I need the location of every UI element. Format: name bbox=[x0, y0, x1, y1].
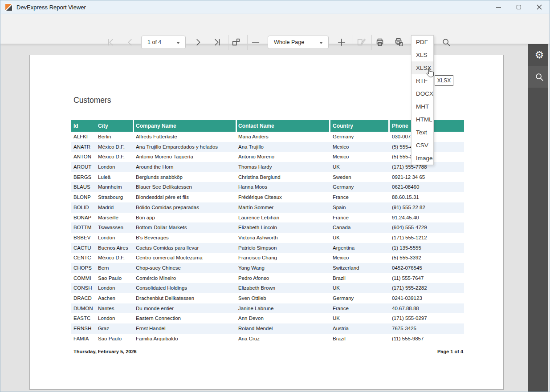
cell-company: Bottom-Dollar Markets bbox=[136, 222, 238, 233]
cell-city: Madrid bbox=[98, 202, 136, 213]
next-page-button[interactable] bbox=[191, 35, 205, 49]
previous-page-button[interactable] bbox=[123, 35, 137, 49]
cell-id: EASTC bbox=[71, 313, 98, 323]
cell-company: Alfreds Futterkiste bbox=[136, 132, 238, 142]
cell-phone: 0241-039123 bbox=[392, 293, 464, 303]
page-selector[interactable]: 1 of 4 bbox=[141, 36, 186, 49]
cell-company: Antonio Moreno Taquería bbox=[136, 152, 238, 162]
cell-city: Mannheim bbox=[98, 182, 136, 192]
search-button[interactable] bbox=[439, 35, 453, 49]
toolbar-separator bbox=[247, 35, 248, 50]
cell-contact: Thomas Hardy bbox=[238, 162, 333, 172]
export-menu-item[interactable]: Text bbox=[411, 126, 433, 139]
window-edge-strip bbox=[548, 44, 550, 392]
cell-country: Sweden bbox=[333, 172, 392, 182]
report-title: Customers bbox=[73, 96, 111, 105]
cell-phone: (171) 555-1212 bbox=[392, 233, 464, 243]
first-page-button[interactable] bbox=[104, 35, 118, 49]
cell-city: Tsawassen bbox=[98, 222, 136, 233]
search-panel-button[interactable] bbox=[528, 66, 550, 88]
cell-contact: Sven Ottlieb bbox=[238, 293, 333, 303]
cell-id: CONSH bbox=[71, 283, 98, 293]
table-row: ERNSH Graz Ernst Handel Roland Mendel Au… bbox=[71, 323, 464, 334]
settings-panel-button[interactable]: ⚙ bbox=[528, 44, 550, 66]
last-page-button[interactable] bbox=[210, 35, 224, 49]
column-header-id: Id bbox=[71, 123, 78, 129]
cell-id: ALFKI bbox=[71, 132, 98, 142]
close-button[interactable] bbox=[529, 0, 550, 14]
cell-id: BOTTM bbox=[71, 222, 98, 233]
edit-button[interactable] bbox=[354, 35, 368, 49]
cell-contact: Elizabeth Lincoln bbox=[238, 222, 333, 233]
devexpress-logo-icon bbox=[5, 4, 12, 11]
cell-phone: (171) 555-0297 bbox=[392, 313, 464, 323]
cell-company: Bon app bbox=[136, 213, 238, 223]
column-header-contact: Contact Name bbox=[237, 120, 329, 132]
cell-city: London bbox=[98, 283, 136, 293]
cell-id: DUMON bbox=[71, 303, 98, 314]
cell-id: BOLID bbox=[71, 202, 98, 213]
edit-icon bbox=[356, 37, 366, 47]
zoom-in-button[interactable] bbox=[334, 35, 349, 49]
export-menu-item[interactable]: PDF bbox=[411, 36, 433, 48]
window-title: DevExpress Report Viewer bbox=[16, 4, 86, 11]
cell-country: Brazil bbox=[333, 334, 392, 344]
cell-id: BONAP bbox=[71, 213, 98, 223]
cell-city: México D.F. bbox=[98, 152, 136, 162]
export-menu: PDF XLS XLSX RTF DOCX MHT HTML Text CSV … bbox=[411, 35, 434, 165]
maximize-button[interactable] bbox=[509, 0, 529, 14]
cell-country: Austria bbox=[333, 323, 392, 334]
zoom-in-icon bbox=[337, 37, 346, 47]
cell-id: BERGS bbox=[71, 172, 98, 182]
print-page-button[interactable] bbox=[392, 35, 406, 49]
table-row: DRACD Aachen Drachenblut Delikatessen Sv… bbox=[71, 293, 464, 303]
table-row: ANATR México D.F. Ana Trujillo Emparedad… bbox=[71, 142, 464, 152]
cell-phone: 91.24.45.40 bbox=[392, 213, 464, 223]
cell-country: UK bbox=[333, 283, 392, 293]
cell-city: Sao Paulo bbox=[98, 273, 136, 283]
cell-city: Sao Paulo bbox=[98, 334, 136, 344]
cell-company: Consolidated Holdings bbox=[136, 283, 238, 293]
table-row: ANTON México D.F. Antonio Moreno Taquerí… bbox=[71, 152, 464, 162]
cell-city: London bbox=[98, 233, 136, 243]
cell-country: Canada bbox=[333, 222, 392, 233]
cell-contact: Victoria Ashworth bbox=[238, 233, 333, 243]
cell-phone: 0921-12 34 65 bbox=[392, 172, 464, 182]
cell-phone: 0621-08460 bbox=[392, 182, 464, 192]
zoom-selector[interactable]: Whole Page bbox=[268, 36, 329, 49]
multipage-view-button[interactable] bbox=[229, 35, 243, 49]
cell-phone: (91) 555 22 82 bbox=[392, 202, 464, 213]
export-menu-item[interactable]: CSV bbox=[411, 139, 433, 152]
print-page-icon bbox=[394, 37, 404, 47]
export-menu-item[interactable]: DOCX bbox=[411, 87, 433, 100]
cell-city: Bern bbox=[98, 263, 136, 273]
export-menu-item[interactable]: Image bbox=[411, 152, 433, 165]
table-row: BLAUS Mannheim Blauer See Delikatessen H… bbox=[71, 182, 464, 192]
cell-country: UK bbox=[333, 162, 392, 172]
toolbar-separator bbox=[228, 35, 228, 50]
cell-id: FAMIA bbox=[71, 334, 98, 344]
cell-company: Ernst Handel bbox=[136, 323, 238, 334]
report-footer-date: Thursday, February 5, 2026 bbox=[73, 349, 137, 354]
cell-city: Nantes bbox=[98, 303, 136, 314]
cell-contact: Roland Mendel bbox=[238, 323, 333, 334]
cell-country: UK bbox=[333, 233, 392, 243]
print-button[interactable] bbox=[373, 35, 387, 49]
cell-country: Argentina bbox=[333, 243, 392, 253]
cell-city: Luleå bbox=[98, 172, 136, 182]
cell-phone: (171) 555-2282 bbox=[392, 283, 464, 293]
gear-icon: ⚙ bbox=[535, 50, 544, 60]
export-menu-item[interactable]: XLS bbox=[411, 48, 433, 61]
cell-company: Blauer See Delikatessen bbox=[136, 182, 238, 192]
zoom-out-button[interactable] bbox=[249, 35, 263, 49]
multipage-view-icon bbox=[231, 37, 241, 47]
table-row: CONSH London Consolidated Holdings Eliza… bbox=[71, 283, 464, 293]
cell-city: Strasbourg bbox=[98, 192, 136, 202]
cell-phone: (5) 555-3392 bbox=[392, 253, 464, 263]
cell-contact: Pedro Afonso bbox=[238, 273, 333, 283]
export-menu-item[interactable]: MHT bbox=[411, 100, 433, 113]
cell-country: Germany bbox=[333, 293, 392, 303]
tooltip-text: XLSX bbox=[437, 77, 451, 84]
export-menu-item[interactable]: HTML bbox=[411, 113, 433, 126]
minimize-button[interactable] bbox=[488, 0, 509, 14]
